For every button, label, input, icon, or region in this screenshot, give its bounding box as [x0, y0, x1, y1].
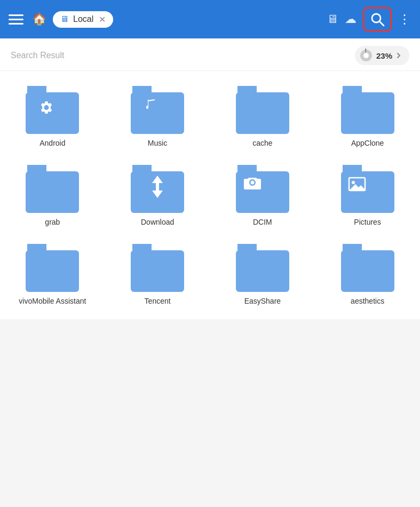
folder-icon-wrap: [128, 86, 187, 134]
search-button[interactable]: [363, 7, 392, 31]
tab-close-icon[interactable]: ✕: [99, 14, 106, 25]
home-icon[interactable]: 🏠: [32, 12, 46, 26]
svg-rect-14: [26, 171, 79, 213]
storage-percent-text: 23%: [376, 51, 392, 60]
folder-item[interactable]: DCIM: [210, 155, 315, 234]
folder-item[interactable]: Music: [105, 76, 210, 155]
folder-item[interactable]: aesthetics: [315, 234, 420, 313]
folder-label: Tencent: [145, 296, 171, 306]
monitor-tab-icon: 🖥: [60, 14, 69, 24]
svg-rect-20: [156, 183, 159, 191]
svg-line-1: [379, 21, 384, 26]
svg-rect-10: [236, 92, 289, 134]
folder-label: AppClone: [351, 138, 384, 148]
top-bar: 🏠 🖥 Local ✕ 🖥 ☁ ⋮: [0, 0, 420, 38]
svg-rect-36: [341, 250, 394, 292]
result-bar: Search Result 23%: [0, 38, 420, 71]
folder-label: Pictures: [354, 217, 381, 227]
svg-rect-8: [131, 92, 184, 134]
folder-grid: Android MusiccacheAppClonegrab Download …: [0, 71, 420, 319]
local-tab[interactable]: 🖥 Local ✕: [53, 11, 113, 28]
folder-label: Android: [39, 138, 65, 148]
storage-badge[interactable]: 23%: [355, 46, 409, 65]
storage-pie-chart: [359, 49, 373, 62]
folder-icon-wrap: [338, 244, 397, 292]
folder-item[interactable]: Android: [0, 76, 105, 155]
folder-icon-wrap: [233, 165, 292, 213]
folder-item[interactable]: Download: [105, 155, 210, 234]
folder-icon-wrap: [128, 165, 187, 213]
menu-button[interactable]: [9, 14, 23, 25]
search-icon: [369, 11, 386, 28]
folder-item[interactable]: AppClone: [315, 76, 420, 155]
chevron-right-icon: [395, 52, 402, 59]
folder-icon-wrap: [23, 86, 82, 134]
folder-item[interactable]: vivoMobile Assistant: [0, 234, 105, 313]
folder-label: vivoMobile Assistant: [19, 296, 86, 306]
folder-item[interactable]: Pictures: [315, 155, 420, 234]
folder-icon-wrap: [233, 86, 292, 134]
svg-rect-30: [26, 250, 79, 292]
svg-rect-34: [236, 250, 289, 292]
folder-icon-wrap: [128, 244, 187, 292]
folder-item[interactable]: cache: [210, 76, 315, 155]
folder-label: cache: [252, 138, 272, 148]
folder-label: Download: [141, 217, 174, 227]
folder-icon-wrap: [23, 244, 82, 292]
folder-icon-wrap: [338, 165, 397, 213]
svg-point-23: [250, 181, 254, 185]
search-result-label: Search Result: [11, 51, 65, 60]
folder-item[interactable]: EasyShare: [210, 234, 315, 313]
folder-label: Music: [148, 138, 168, 148]
svg-rect-22: [236, 171, 289, 213]
folder-label: aesthetics: [351, 296, 384, 306]
svg-rect-6: [26, 92, 79, 134]
folder-icon-wrap: [233, 244, 292, 292]
folder-icon-wrap: [23, 165, 82, 213]
svg-point-4: [363, 53, 369, 58]
folder-item[interactable]: Tencent: [105, 234, 210, 313]
tab-label: Local: [73, 14, 93, 24]
folder-label: grab: [45, 217, 60, 227]
screen-icon[interactable]: 🖥: [327, 12, 338, 26]
cloud-icon[interactable]: ☁: [345, 12, 356, 26]
svg-point-27: [352, 181, 355, 184]
more-options-icon[interactable]: ⋮: [398, 12, 411, 27]
svg-rect-32: [131, 250, 184, 292]
folder-label: EasyShare: [244, 296, 281, 306]
svg-rect-12: [341, 92, 394, 134]
folder-icon-wrap: [338, 86, 397, 134]
folder-item[interactable]: grab: [0, 155, 105, 234]
folder-label: DCIM: [253, 217, 272, 227]
